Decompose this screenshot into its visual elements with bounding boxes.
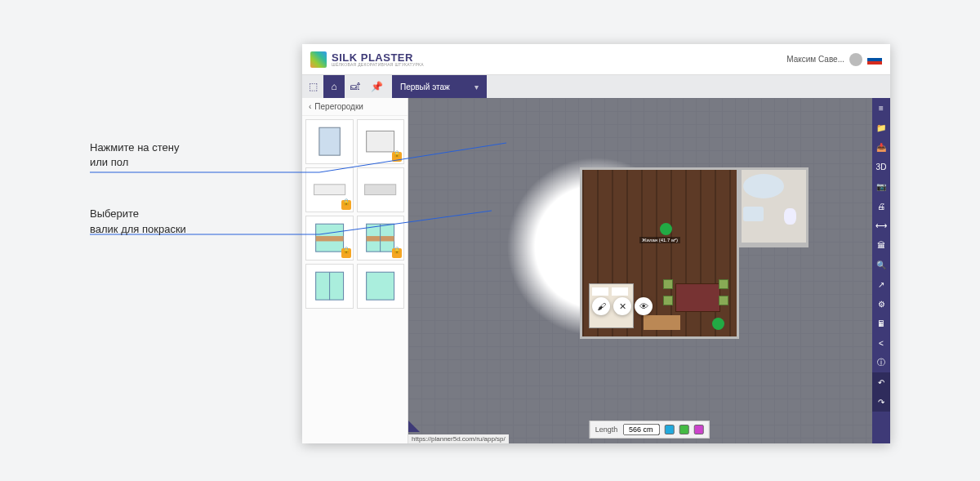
length-label: Length xyxy=(595,425,618,434)
room-label: Жилая (41.7 м²) xyxy=(639,237,680,243)
visibility-button[interactable]: 👁 xyxy=(635,297,653,315)
svg-rect-9 xyxy=(315,236,343,241)
export-icon: ↗ xyxy=(878,280,884,289)
interior-wall[interactable] xyxy=(739,167,742,245)
camera-icon: 📷 xyxy=(876,182,886,191)
color-swatch-green[interactable] xyxy=(679,425,688,434)
annotation-line: валик для покраски xyxy=(90,222,186,237)
user-menu[interactable]: Максим Саве... xyxy=(786,53,862,66)
locale-flag-ru[interactable] xyxy=(867,55,882,65)
rail-3d[interactable]: 3D xyxy=(872,157,890,176)
rail-info[interactable]: ⓘ xyxy=(872,353,890,372)
gear-icon: ⚙ xyxy=(878,300,885,309)
back-icon: ‹ xyxy=(309,102,311,111)
color-swatch-magenta[interactable] xyxy=(693,425,703,434)
furniture-chair[interactable] xyxy=(719,296,728,305)
color-swatch-cyan[interactable] xyxy=(664,425,674,434)
svg-rect-6 xyxy=(314,185,345,195)
wall-icon: 🏛 xyxy=(877,241,885,250)
share-icon: < xyxy=(879,339,884,348)
context-toolbar: 🖌 ✕ 👁 xyxy=(592,297,653,315)
rail-undo[interactable]: ↶ xyxy=(872,372,890,392)
decor-plant[interactable] xyxy=(712,318,724,330)
app-header: SILK PLASTER ШЁЛКОВАЯ ДЕКОРАТИВНАЯ ШТУКА… xyxy=(302,44,890,75)
length-input[interactable] xyxy=(622,424,659,435)
fixture-sink[interactable] xyxy=(743,207,764,221)
furniture-table[interactable] xyxy=(675,283,720,312)
svg-rect-7 xyxy=(365,185,396,195)
furniture-desk[interactable] xyxy=(644,315,680,330)
interior-wall[interactable] xyxy=(739,245,808,247)
rail-export[interactable]: ↗ xyxy=(872,274,890,294)
dimension-icon: ⟷ xyxy=(875,221,887,230)
toolbar: ⬚ ⌂ 🛋 📌 Первый этаж ▾ xyxy=(302,75,890,98)
tab-home[interactable]: ⌂ xyxy=(323,75,345,98)
app-window: SILK PLASTER ШЁЛКОВАЯ ДЕКОРАТИВНАЯ ШТУКА… xyxy=(302,44,890,443)
fixture-bathtub[interactable] xyxy=(743,174,784,198)
svg-rect-15 xyxy=(367,273,394,301)
sofa-icon: 🛋 xyxy=(350,81,360,92)
folder-icon: 📁 xyxy=(876,123,886,132)
rail-snapshot[interactable]: 📷 xyxy=(872,176,890,196)
catalog-item[interactable] xyxy=(357,119,405,164)
catalog-item[interactable] xyxy=(305,216,354,261)
rail-redo[interactable]: ↷ xyxy=(872,392,890,412)
pin-icon: 📌 xyxy=(371,81,383,92)
floor-selector[interactable]: Первый этаж ▾ xyxy=(392,75,487,98)
sidebar-category: Перегородки xyxy=(314,102,363,111)
right-toolbar: ≡ 📁 📥 3D 📷 🖨 ⟷ 🏛 🔍 ↗ ⚙ 🖩 < ⓘ ↶ ↷ xyxy=(872,98,890,443)
rail-print[interactable]: 🖨 xyxy=(872,196,890,216)
status-url: https://planner5d.com/ru/app/sp/ xyxy=(408,434,509,443)
tab-furniture[interactable]: 🛋 xyxy=(345,75,366,98)
rail-settings[interactable]: ⚙ xyxy=(872,294,890,314)
paint-roller-button[interactable]: 🖌 xyxy=(592,297,610,315)
brand-logo[interactable]: SILK PLASTER ШЁЛКОВАЯ ДЕКОРАТИВНАЯ ШТУКА… xyxy=(310,51,424,68)
furniture-pillow xyxy=(612,287,628,296)
fixture-toilet[interactable] xyxy=(784,208,796,225)
catalog-item[interactable] xyxy=(357,216,405,261)
measurement-bar: Length xyxy=(590,421,710,439)
svg-rect-5 xyxy=(367,131,394,152)
annotation-line: Выберите xyxy=(90,207,186,221)
close-icon: ✕ xyxy=(619,301,626,312)
plan-canvas[interactable]: Жилая (41.7 м²) xyxy=(408,98,890,443)
brand-logo-icon xyxy=(310,51,327,68)
brand-subtitle: ШЁЛКОВАЯ ДЕКОРАТИВНАЯ ШТУКАТУРКА xyxy=(332,63,424,67)
floor-label: Первый этаж xyxy=(400,82,450,91)
close-context-button[interactable]: ✕ xyxy=(613,297,631,315)
catalog-item[interactable] xyxy=(305,119,354,164)
rail-walls[interactable]: 🏛 xyxy=(872,235,890,255)
avatar-icon xyxy=(849,53,862,66)
rail-calc[interactable]: 🖩 xyxy=(872,314,890,333)
furniture-chair[interactable] xyxy=(663,296,673,305)
brand-title: SILK PLASTER xyxy=(332,52,424,63)
catalog-item[interactable] xyxy=(305,264,354,309)
undo-icon: ↶ xyxy=(878,378,884,387)
tab-room[interactable]: ⬚ xyxy=(302,75,323,98)
rail-share[interactable]: < xyxy=(872,333,890,353)
annotation-line: Нажмите на стену xyxy=(90,140,186,155)
rail-open[interactable]: 📁 xyxy=(872,118,890,137)
rail-zoom[interactable]: 🔍 xyxy=(872,255,890,274)
search-icon: 🔍 xyxy=(876,261,886,269)
rail-save[interactable]: 📥 xyxy=(872,137,890,157)
sidebar-catalog: ‹ Перегородки xyxy=(302,98,408,443)
catalog-item[interactable] xyxy=(305,167,354,212)
svg-rect-4 xyxy=(319,128,340,156)
decor-plant[interactable] xyxy=(660,223,672,235)
rail-dimension[interactable]: ⟷ xyxy=(872,216,890,235)
annotation-line: или пол xyxy=(90,155,186,170)
catalog-item[interactable] xyxy=(357,167,405,212)
sidebar-header[interactable]: ‹ Перегородки xyxy=(302,98,408,116)
3d-icon: 3D xyxy=(876,163,887,171)
chevron-down-icon: ▾ xyxy=(474,82,479,91)
furniture-chair[interactable] xyxy=(719,279,728,289)
rail-menu[interactable]: ≡ xyxy=(872,98,890,118)
furniture-pillow xyxy=(592,287,608,296)
eye-icon: 👁 xyxy=(639,301,648,311)
furniture-chair[interactable] xyxy=(663,279,673,289)
tab-decor[interactable]: 📌 xyxy=(366,75,387,98)
calculator-icon: 🖩 xyxy=(877,319,885,328)
annotation-choose-roller: Выберите валик для покраски xyxy=(90,207,186,236)
catalog-item[interactable] xyxy=(357,264,405,309)
